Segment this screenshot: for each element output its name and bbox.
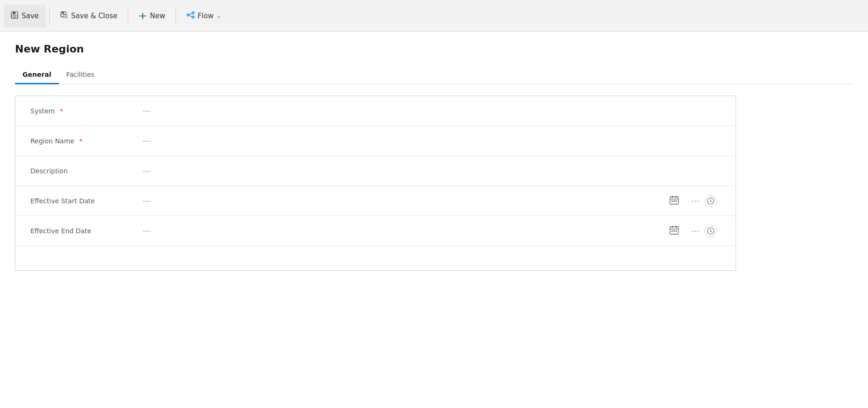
form-row-region-name: Region Name * --- [15,126,736,156]
svg-rect-21 [676,200,677,202]
effective-end-date-date-section: --- [143,227,669,235]
save-close-label: Save & Close [71,12,118,20]
new-label: New [150,12,165,20]
save-close-button[interactable]: Save & Close [53,5,124,27]
svg-line-14 [189,15,192,16]
form-row-effective-end-date: Effective End Date --- [15,216,736,246]
effective-end-time-icon[interactable] [705,225,717,237]
svg-line-13 [189,13,192,15]
form-row-system: System * --- [15,96,736,126]
form-row-description: Description --- [15,156,736,186]
svg-line-34 [711,231,712,232]
flow-icon [186,11,195,21]
save-close-icon [60,11,68,21]
effective-start-date-content: --- --- [143,195,721,207]
svg-rect-5 [62,12,64,14]
toolbar-separator-3 [176,7,176,24]
svg-rect-20 [673,200,675,202]
tabs-container: General Facilities [15,66,853,84]
form-row-effective-start-date: Effective Start Date --- [15,186,736,216]
effective-end-date-value[interactable]: --- [143,227,151,235]
svg-line-24 [711,201,712,202]
flow-label: Flow [198,12,213,20]
tab-facilities[interactable]: Facilities [59,66,102,84]
flow-chevron-icon: ⌄ [216,13,221,19]
svg-rect-3 [13,15,16,18]
system-required-star: * [60,107,63,115]
region-name-value[interactable]: --- [143,137,721,145]
page-content: New Region General Facilities System * -… [0,32,868,282]
svg-rect-29 [671,230,673,232]
flow-button[interactable]: Flow ⌄ [180,5,228,27]
effective-start-date-time-section: --- [669,195,721,207]
effective-start-time-value[interactable]: --- [691,197,700,205]
save-icon [10,11,19,21]
effective-start-date-calendar-icon[interactable] [669,195,679,207]
toolbar-separator-2 [128,7,128,24]
effective-end-date-content: --- --- [143,225,721,237]
region-name-required-star: * [79,137,82,145]
toolbar-separator-1 [49,7,50,24]
effective-start-date-date-section: --- [143,197,669,205]
new-icon: + [139,11,147,21]
effective-start-date-label: Effective Start Date [30,197,143,205]
effective-end-date-time-section: --- [669,225,721,237]
svg-rect-31 [676,230,677,232]
description-label: Description [30,167,143,175]
svg-rect-1 [13,12,15,14]
form-section: System * --- Region Name * --- Descripti… [15,96,736,271]
toolbar: Save Save & Close + New [0,0,868,32]
description-value[interactable]: --- [143,167,721,175]
effective-end-date-label: Effective End Date [30,227,143,235]
svg-rect-19 [671,200,673,202]
save-label: Save [22,12,39,20]
save-button[interactable]: Save [4,5,45,27]
effective-start-time-icon[interactable] [705,195,717,207]
svg-rect-30 [673,230,675,232]
svg-point-10 [187,14,189,16]
new-button[interactable]: + New [132,5,172,27]
effective-end-date-calendar-icon[interactable] [669,225,679,237]
effective-end-time-value[interactable]: --- [691,227,700,235]
page-title: New Region [15,43,853,55]
system-label: System * [30,107,143,115]
effective-start-date-value[interactable]: --- [143,197,151,205]
tab-general[interactable]: General [15,66,59,84]
region-name-label: Region Name * [30,137,143,145]
system-value[interactable]: --- [143,107,721,115]
svg-point-11 [192,12,194,14]
svg-point-12 [192,16,194,18]
form-row-empty [15,246,736,270]
